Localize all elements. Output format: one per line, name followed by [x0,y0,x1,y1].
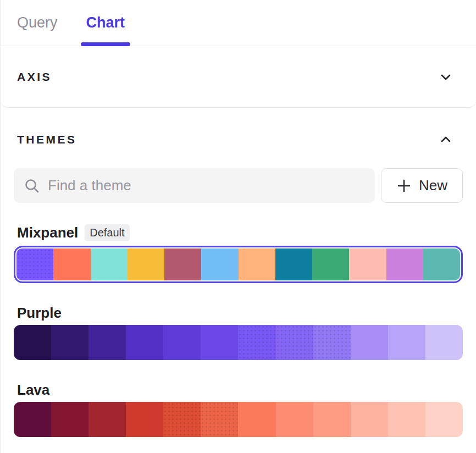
chevron-down-icon[interactable] [440,71,452,83]
color-swatch [201,248,238,280]
theme-swatch-row-mixpanel[interactable] [16,248,460,280]
color-swatch [51,325,88,360]
theme-name: Mixpanel [17,224,78,241]
color-swatch [88,402,126,437]
color-swatch [53,248,90,280]
color-swatch [239,248,275,280]
color-swatch [14,402,51,437]
color-swatch [14,325,51,360]
color-swatch [126,325,163,360]
color-swatch [312,248,349,280]
theme-swatch-row-purple[interactable] [14,325,463,360]
color-swatch [126,402,163,437]
color-swatch [51,402,88,437]
card-gap [1,108,476,114]
color-swatch [88,325,126,360]
selected-theme-ring[interactable] [14,246,463,283]
default-badge: Default [85,224,129,241]
color-swatch [16,248,53,280]
theme-name: Purple [17,305,62,322]
axis-section-header[interactable]: AXIS [1,46,476,108]
theme-name: Lava [17,382,49,399]
color-swatch [423,248,460,280]
active-tab-underline [81,42,131,46]
color-swatch [163,402,201,437]
theme-toolbar: New [14,168,463,203]
color-swatch [276,402,313,437]
color-swatch [238,402,275,437]
theme-label-lava: Lava [14,381,463,399]
color-swatch [388,402,425,437]
new-theme-button[interactable]: New [381,168,463,203]
themes-section: THEMES New MixpanelDefaultPurpleLavaM [1,114,476,453]
color-swatch [275,248,312,280]
color-swatch [201,325,238,360]
color-swatch [128,248,164,280]
themes-section-title: THEMES [17,133,77,146]
color-swatch [386,248,423,280]
plus-icon [396,178,412,194]
color-swatch [313,325,351,360]
tab-bar: Query Chart [1,0,476,46]
color-swatch [238,325,275,360]
theme-label-purple: Purple [14,304,463,322]
chevron-up-icon[interactable] [440,134,452,146]
theme-swatch-row-lava[interactable] [14,402,463,437]
color-swatch [163,325,201,360]
color-swatch [349,248,386,280]
color-swatch [164,248,201,280]
color-swatch [351,402,388,437]
search-icon [24,178,40,194]
theme-label-mixpanel: MixpanelDefault [14,224,463,241]
themes-section-header[interactable]: THEMES [14,133,463,146]
axis-section-title: AXIS [17,70,52,84]
theme-search-input[interactable] [48,177,365,194]
color-swatch [425,402,463,437]
color-swatch [425,325,463,360]
tab-query[interactable]: Query [17,0,58,46]
new-theme-button-label: New [419,177,447,194]
color-swatch [313,402,351,437]
theme-list: MixpanelDefaultPurpleLavaMist [14,224,463,453]
chart-settings-panel: Query Chart AXIS THEMES [0,0,476,453]
tab-chart[interactable]: Chart [86,0,125,46]
color-swatch [276,325,313,360]
color-swatch [388,325,425,360]
tab-chart-label: Chart [86,14,125,31]
color-swatch [201,402,238,437]
color-swatch [91,248,128,280]
color-swatch [351,325,388,360]
theme-search-box[interactable] [14,168,375,203]
